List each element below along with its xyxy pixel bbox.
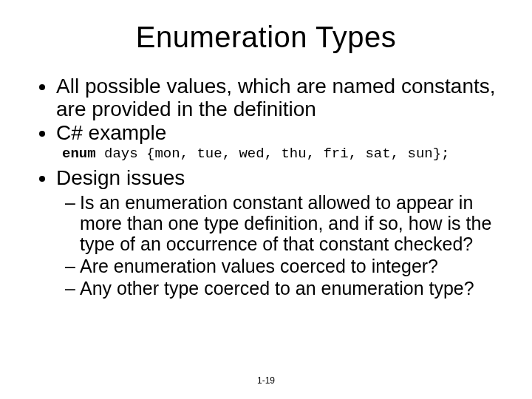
sub-bullet-item: Any other type coerced to an enumeration… bbox=[65, 278, 497, 299]
sub-bullet-item: Is an enumeration constant allowed to ap… bbox=[65, 192, 497, 254]
bullet-list-level1: All possible values, which are named con… bbox=[35, 75, 497, 144]
bullet-item: C# example bbox=[56, 121, 497, 144]
sub-bullet-item: Are enumeration values coerced to intege… bbox=[65, 256, 497, 276]
slide: Enumeration Types All possible values, w… bbox=[0, 0, 532, 399]
bullet-item: All possible values, which are named con… bbox=[56, 75, 497, 121]
code-keyword: enum bbox=[62, 146, 96, 162]
code-line: enum days {mon, tue, wed, thu, fri, sat,… bbox=[62, 146, 497, 162]
slide-title: Enumeration Types bbox=[35, 21, 497, 54]
bullet-list-level1: Design issues bbox=[35, 166, 497, 189]
bullet-item: Design issues bbox=[56, 166, 497, 189]
bullet-list-level2: Is an enumeration constant allowed to ap… bbox=[35, 192, 497, 299]
slide-number: 1-19 bbox=[0, 375, 532, 386]
code-text: days {mon, tue, wed, thu, fri, sat, sun}… bbox=[96, 146, 450, 162]
